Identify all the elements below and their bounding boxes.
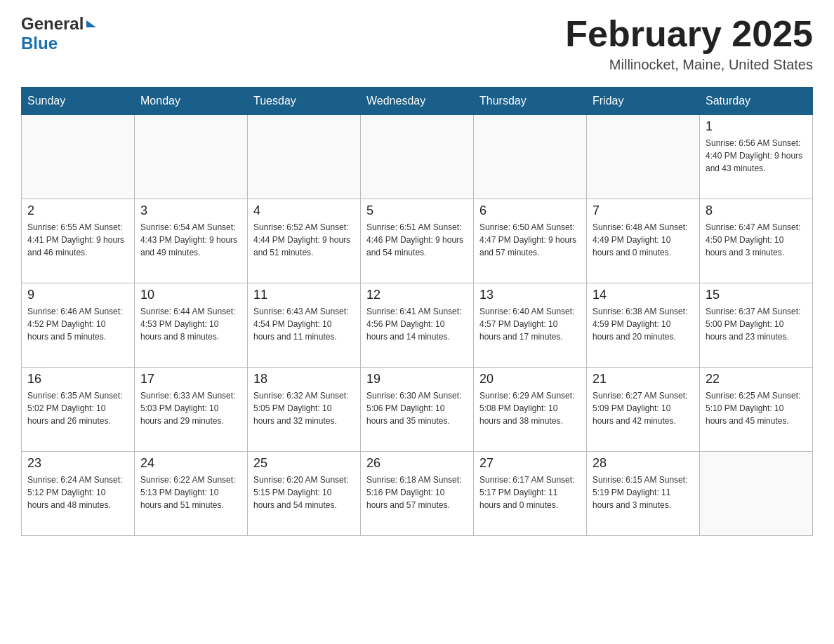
calendar-day-cell [135, 115, 248, 199]
day-info: Sunrise: 6:25 AM Sunset: 5:10 PM Dayligh… [706, 389, 807, 427]
day-number: 7 [593, 203, 694, 218]
calendar-day-header: Saturday [700, 88, 813, 115]
calendar-table: SundayMondayTuesdayWednesdayThursdayFrid… [21, 87, 813, 536]
day-info: Sunrise: 6:46 AM Sunset: 4:52 PM Dayligh… [27, 305, 128, 343]
calendar-day-header: Friday [587, 88, 700, 115]
calendar-day-cell: 18Sunrise: 6:32 AM Sunset: 5:05 PM Dayli… [248, 368, 361, 452]
day-info: Sunrise: 6:27 AM Sunset: 5:09 PM Dayligh… [593, 389, 694, 427]
day-info: Sunrise: 6:55 AM Sunset: 4:41 PM Dayligh… [27, 221, 128, 259]
calendar-day-cell: 23Sunrise: 6:24 AM Sunset: 5:12 PM Dayli… [22, 452, 135, 536]
calendar-day-cell: 28Sunrise: 6:15 AM Sunset: 5:19 PM Dayli… [587, 452, 700, 536]
day-number: 4 [253, 203, 355, 218]
day-number: 26 [366, 456, 468, 471]
day-info: Sunrise: 6:24 AM Sunset: 5:12 PM Dayligh… [27, 474, 128, 511]
day-info: Sunrise: 6:56 AM Sunset: 4:40 PM Dayligh… [706, 137, 807, 175]
day-number: 22 [706, 372, 807, 387]
calendar-day-cell [248, 115, 361, 199]
calendar-week-row: 16Sunrise: 6:35 AM Sunset: 5:02 PM Dayli… [22, 368, 813, 452]
calendar-week-row: 2Sunrise: 6:55 AM Sunset: 4:41 PM Daylig… [22, 199, 813, 283]
calendar-day-cell: 14Sunrise: 6:38 AM Sunset: 4:59 PM Dayli… [587, 283, 700, 368]
day-number: 24 [140, 456, 241, 471]
day-info: Sunrise: 6:47 AM Sunset: 4:50 PM Dayligh… [706, 221, 807, 259]
calendar-day-cell: 24Sunrise: 6:22 AM Sunset: 5:13 PM Dayli… [135, 452, 248, 536]
logo-arrow-icon [86, 20, 96, 27]
day-info: Sunrise: 6:50 AM Sunset: 4:47 PM Dayligh… [479, 221, 581, 259]
day-number: 23 [27, 456, 128, 471]
title-block: February 2025 Millinocket, Maine, United… [565, 14, 813, 73]
day-number: 8 [706, 203, 807, 218]
day-number: 1 [706, 119, 807, 134]
calendar-day-header: Wednesday [361, 88, 474, 115]
day-number: 13 [479, 288, 581, 302]
day-number: 5 [366, 203, 468, 218]
day-info: Sunrise: 6:33 AM Sunset: 5:03 PM Dayligh… [140, 389, 241, 427]
calendar-day-cell: 16Sunrise: 6:35 AM Sunset: 5:02 PM Dayli… [22, 368, 135, 452]
day-info: Sunrise: 6:20 AM Sunset: 5:15 PM Dayligh… [253, 474, 355, 511]
day-info: Sunrise: 6:30 AM Sunset: 5:06 PM Dayligh… [366, 389, 468, 427]
day-info: Sunrise: 6:52 AM Sunset: 4:44 PM Dayligh… [253, 221, 355, 259]
calendar-day-cell: 4Sunrise: 6:52 AM Sunset: 4:44 PM Daylig… [248, 199, 361, 283]
calendar-day-cell: 11Sunrise: 6:43 AM Sunset: 4:54 PM Dayli… [248, 283, 361, 368]
calendar-title: February 2025 [565, 14, 813, 54]
calendar-day-cell: 19Sunrise: 6:30 AM Sunset: 5:06 PM Dayli… [361, 368, 474, 452]
calendar-day-cell: 22Sunrise: 6:25 AM Sunset: 5:10 PM Dayli… [700, 368, 813, 452]
calendar-day-cell: 25Sunrise: 6:20 AM Sunset: 5:15 PM Dayli… [248, 452, 361, 536]
calendar-day-cell: 2Sunrise: 6:55 AM Sunset: 4:41 PM Daylig… [22, 199, 135, 283]
day-info: Sunrise: 6:22 AM Sunset: 5:13 PM Dayligh… [140, 474, 241, 511]
day-number: 15 [706, 288, 807, 302]
calendar-day-cell: 20Sunrise: 6:29 AM Sunset: 5:08 PM Dayli… [474, 368, 587, 452]
day-number: 2 [27, 203, 128, 218]
day-number: 21 [593, 372, 694, 387]
calendar-header-row: SundayMondayTuesdayWednesdayThursdayFrid… [22, 88, 813, 115]
logo: General Blue [21, 14, 96, 53]
calendar-day-header: Monday [135, 88, 248, 115]
day-info: Sunrise: 6:17 AM Sunset: 5:17 PM Dayligh… [479, 474, 581, 511]
day-info: Sunrise: 6:51 AM Sunset: 4:46 PM Dayligh… [366, 221, 468, 259]
calendar-day-header: Sunday [22, 88, 135, 115]
day-info: Sunrise: 6:37 AM Sunset: 5:00 PM Dayligh… [706, 305, 807, 343]
calendar-day-cell: 15Sunrise: 6:37 AM Sunset: 5:00 PM Dayli… [700, 283, 813, 368]
calendar-week-row: 1Sunrise: 6:56 AM Sunset: 4:40 PM Daylig… [22, 115, 813, 199]
calendar-day-cell [22, 115, 135, 199]
day-number: 11 [253, 288, 355, 302]
day-info: Sunrise: 6:40 AM Sunset: 4:57 PM Dayligh… [479, 305, 581, 343]
logo-blue: Blue [21, 34, 58, 53]
logo-general: General [21, 14, 84, 34]
day-info: Sunrise: 6:41 AM Sunset: 4:56 PM Dayligh… [366, 305, 468, 343]
day-number: 3 [140, 203, 241, 218]
calendar-day-cell: 8Sunrise: 6:47 AM Sunset: 4:50 PM Daylig… [700, 199, 813, 283]
day-number: 9 [27, 288, 128, 302]
day-number: 12 [366, 288, 468, 302]
calendar-day-cell [587, 115, 700, 199]
day-info: Sunrise: 6:38 AM Sunset: 4:59 PM Dayligh… [593, 305, 694, 343]
calendar-day-cell [474, 115, 587, 199]
day-number: 18 [253, 372, 355, 387]
day-number: 6 [479, 203, 581, 218]
day-info: Sunrise: 6:44 AM Sunset: 4:53 PM Dayligh… [140, 305, 241, 343]
calendar-day-header: Thursday [474, 88, 587, 115]
calendar-day-cell: 26Sunrise: 6:18 AM Sunset: 5:16 PM Dayli… [361, 452, 474, 536]
calendar-day-cell [700, 452, 813, 536]
day-info: Sunrise: 6:29 AM Sunset: 5:08 PM Dayligh… [479, 389, 581, 427]
day-info: Sunrise: 6:48 AM Sunset: 4:49 PM Dayligh… [593, 221, 694, 259]
day-info: Sunrise: 6:32 AM Sunset: 5:05 PM Dayligh… [253, 389, 355, 427]
calendar-day-cell: 17Sunrise: 6:33 AM Sunset: 5:03 PM Dayli… [135, 368, 248, 452]
calendar-day-cell: 27Sunrise: 6:17 AM Sunset: 5:17 PM Dayli… [474, 452, 587, 536]
calendar-day-cell: 7Sunrise: 6:48 AM Sunset: 4:49 PM Daylig… [587, 199, 700, 283]
calendar-day-cell: 6Sunrise: 6:50 AM Sunset: 4:47 PM Daylig… [474, 199, 587, 283]
day-info: Sunrise: 6:43 AM Sunset: 4:54 PM Dayligh… [253, 305, 355, 343]
calendar-day-cell: 3Sunrise: 6:54 AM Sunset: 4:43 PM Daylig… [135, 199, 248, 283]
day-number: 25 [253, 456, 355, 471]
calendar-day-cell: 1Sunrise: 6:56 AM Sunset: 4:40 PM Daylig… [700, 115, 813, 199]
day-info: Sunrise: 6:54 AM Sunset: 4:43 PM Dayligh… [140, 221, 241, 259]
day-number: 20 [479, 372, 581, 387]
calendar-day-cell [361, 115, 474, 199]
calendar-day-cell: 9Sunrise: 6:46 AM Sunset: 4:52 PM Daylig… [22, 283, 135, 368]
day-number: 16 [27, 372, 128, 387]
day-info: Sunrise: 6:35 AM Sunset: 5:02 PM Dayligh… [27, 389, 128, 427]
page-header: General Blue February 2025 Millinocket, … [21, 14, 813, 73]
calendar-day-cell: 21Sunrise: 6:27 AM Sunset: 5:09 PM Dayli… [587, 368, 700, 452]
calendar-week-row: 9Sunrise: 6:46 AM Sunset: 4:52 PM Daylig… [22, 283, 813, 368]
calendar-day-header: Tuesday [248, 88, 361, 115]
day-info: Sunrise: 6:18 AM Sunset: 5:16 PM Dayligh… [366, 474, 468, 511]
